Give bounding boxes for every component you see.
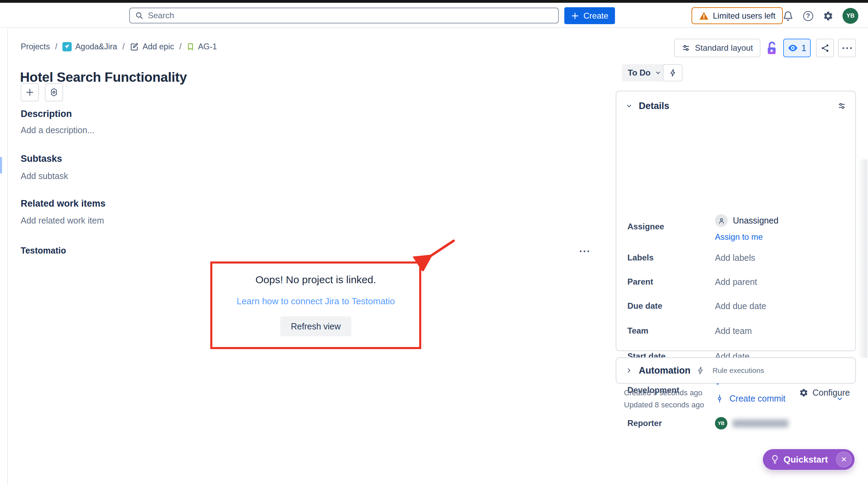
- refresh-view-button[interactable]: Refresh view: [280, 316, 352, 336]
- reporter-value[interactable]: YB: [715, 417, 788, 429]
- breadcrumb-project[interactable]: Agoda&Jira: [62, 42, 117, 51]
- breadcrumb-separator: /: [55, 42, 58, 51]
- create-commit-label: Create commit: [729, 394, 786, 404]
- breadcrumb-separator: /: [179, 42, 182, 51]
- parent-value[interactable]: Add parent: [715, 277, 757, 287]
- jira-issue-page: Create Limited users left ? YB Projects …: [0, 0, 868, 485]
- git-commit-icon: [715, 394, 724, 403]
- due-date-label: Due date: [627, 301, 662, 311]
- search-input[interactable]: [147, 10, 553, 21]
- watchers-button[interactable]: 1: [783, 39, 811, 57]
- sliders-icon: [682, 43, 690, 52]
- settings-gear-icon[interactable]: [820, 8, 836, 24]
- watchers-count: 1: [801, 43, 806, 53]
- user-avatar[interactable]: YB: [842, 8, 858, 24]
- edit-icon: [130, 42, 139, 51]
- details-header[interactable]: Details: [616, 98, 855, 113]
- breadcrumb-add-epic-label: Add epic: [142, 42, 174, 51]
- eye-icon: [788, 43, 798, 52]
- breadcrumb-issue[interactable]: AG-1: [186, 42, 217, 51]
- notifications-bell-icon[interactable]: [780, 8, 796, 24]
- related-work-heading: Related work items: [21, 198, 105, 209]
- reporter-name-redacted: [733, 419, 788, 427]
- breadcrumb-add-epic[interactable]: Add epic: [130, 42, 174, 51]
- team-label: Team: [627, 326, 648, 336]
- unassigned-avatar-icon: [715, 214, 728, 227]
- details-settings-icon[interactable]: [837, 101, 846, 110]
- help-glyph: ?: [806, 12, 810, 20]
- chevron-down-icon: [625, 102, 633, 110]
- chevron-right-icon: [625, 367, 633, 374]
- assignee-value[interactable]: Unassigned: [715, 214, 778, 227]
- status-label: To Do: [628, 68, 650, 78]
- due-date-value[interactable]: Add due date: [715, 301, 766, 311]
- labels-value[interactable]: Add labels: [715, 253, 755, 263]
- limited-users-banner[interactable]: Limited users left: [692, 7, 783, 24]
- quickstart-button[interactable]: Quickstart ✕: [763, 449, 855, 470]
- updated-timestamp: Updated 8 seconds ago: [624, 400, 704, 409]
- window-top-strip: [0, 0, 868, 3]
- chevron-down-icon: [655, 69, 662, 76]
- details-panel: Details Assignee Unassigned Assign to me…: [616, 91, 856, 351]
- connect-jira-link[interactable]: Learn how to connect Jira to Testomatio: [236, 296, 395, 307]
- status-dropdown[interactable]: To Do: [622, 64, 667, 81]
- sidebar-collapsed-handle[interactable]: [0, 157, 2, 174]
- team-value[interactable]: Add team: [715, 326, 752, 336]
- description-placeholder[interactable]: Add a description...: [21, 125, 94, 135]
- share-button[interactable]: [816, 39, 834, 57]
- global-search[interactable]: [129, 8, 559, 23]
- sidebar-divider: [7, 29, 8, 485]
- issue-quick-actions: [21, 83, 63, 101]
- automation-bolt-button[interactable]: [663, 64, 683, 81]
- add-subtask-placeholder[interactable]: Add subtask: [21, 171, 68, 181]
- parent-label: Parent: [627, 277, 653, 287]
- search-icon: [135, 11, 144, 20]
- reporter-label: Reporter: [627, 418, 662, 428]
- limited-users-label: Limited users left: [713, 11, 775, 21]
- more-actions-button[interactable]: [838, 39, 856, 57]
- description-heading: Description: [21, 109, 72, 119]
- automation-title: Automation: [639, 365, 690, 376]
- story-bookmark-icon: [186, 42, 194, 51]
- assignee-name: Unassigned: [733, 216, 778, 226]
- add-related-placeholder[interactable]: Add related work item: [21, 216, 104, 226]
- global-navigation-bar: Create Limited users left ? YB: [0, 3, 868, 28]
- standard-layout-label: Standard layout: [695, 43, 753, 53]
- testomatio-more-icon[interactable]: [580, 250, 589, 252]
- reporter-avatar-initials: YB: [718, 420, 724, 426]
- warning-icon: [699, 11, 709, 20]
- assignee-label: Assignee: [627, 222, 664, 231]
- quickstart-label: Quickstart: [784, 454, 832, 465]
- breadcrumb-projects[interactable]: Projects: [21, 42, 50, 51]
- scrollbar[interactable]: [858, 159, 868, 358]
- user-avatar-initials: YB: [846, 12, 855, 19]
- gear-icon: [799, 388, 808, 397]
- labels-label: Labels: [627, 253, 654, 263]
- automation-panel[interactable]: Automation Rule executions: [616, 357, 856, 384]
- quickstart-close-button[interactable]: ✕: [836, 452, 852, 467]
- page-title[interactable]: Hotel Search Functionality: [20, 70, 187, 85]
- lightbulb-icon: [770, 455, 779, 464]
- create-button[interactable]: Create: [564, 7, 615, 24]
- standard-layout-button[interactable]: Standard layout: [674, 39, 760, 57]
- testomatio-heading: Testomatio: [21, 246, 66, 256]
- configure-button[interactable]: Configure: [799, 388, 850, 398]
- add-button[interactable]: [21, 83, 39, 101]
- close-icon: ✕: [841, 455, 847, 464]
- reporter-avatar: YB: [715, 417, 727, 429]
- breadcrumb-issue-key: AG-1: [198, 42, 217, 51]
- create-commit-link[interactable]: Create commit: [715, 394, 786, 404]
- created-timestamp: Created 9 seconds ago: [624, 388, 703, 397]
- assign-to-me-link[interactable]: Assign to me: [715, 232, 763, 242]
- configure-label: Configure: [813, 388, 850, 398]
- help-icon[interactable]: ?: [800, 8, 816, 24]
- create-button-label: Create: [583, 11, 608, 21]
- unlocked-icon[interactable]: [765, 41, 779, 56]
- breadcrumb-project-name: Agoda&Jira: [75, 42, 117, 51]
- breadcrumb: Projects / Agoda&Jira / Add epic / AG-1: [21, 42, 217, 51]
- ellipsis-icon: [842, 47, 852, 49]
- bolt-icon: [696, 366, 705, 375]
- automation-subtitle: Rule executions: [713, 366, 764, 375]
- apps-lozenge-icon[interactable]: [45, 83, 63, 101]
- testomatio-error-panel: Oops! No project is linked. Learn how to…: [210, 261, 421, 349]
